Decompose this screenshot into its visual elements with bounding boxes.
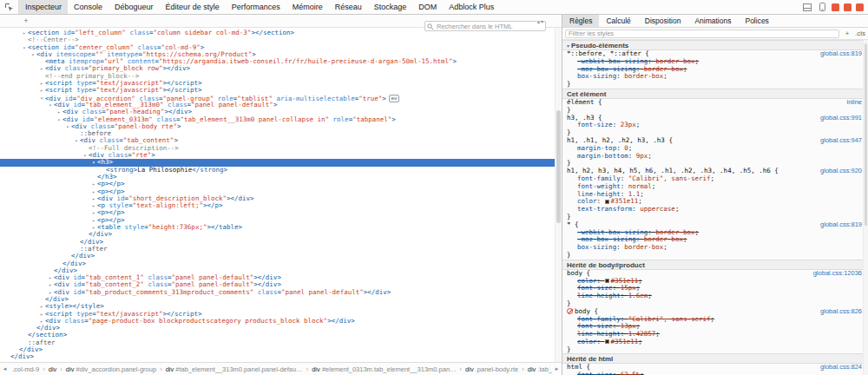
sidebar-tab-animations[interactable]: Animations — [687, 15, 738, 27]
twisty-icon[interactable]: ▾ — [38, 95, 45, 102]
section-twisty-icon[interactable]: ▾ — [567, 43, 569, 49]
tool-tab-r-seau[interactable]: Réseau — [329, 0, 368, 14]
markup-row[interactable]: ▸<section id="left_column" class="column… — [0, 30, 555, 36]
stylesheet-link[interactable]: global.css:819 — [820, 50, 862, 58]
twisty-icon[interactable]: ▾ — [21, 44, 28, 51]
rule-selector-row[interactable]: body {global.css:12036 — [562, 270, 868, 278]
css-declaration[interactable]: line-height: 1.6em; — [562, 293, 868, 300]
css-declaration[interactable]: font-size: 62.5%; — [562, 372, 868, 375]
close-icon[interactable] — [856, 3, 864, 11]
class-toggle-button[interactable]: .cls — [855, 29, 865, 39]
breadcrumb-item-div[interactable]: div #tab_element__313m0.panel.panel-defa… — [163, 365, 306, 374]
twisty-icon[interactable]: ▾ — [30, 51, 36, 58]
search-prev-next-icons[interactable]: ▴▾ — [537, 18, 544, 24]
twisty-icon[interactable]: ▸ — [47, 274, 54, 281]
markup-row[interactable]: ▸<p></p> — [0, 217, 555, 224]
stylesheet-link[interactable]: inline — [846, 99, 862, 107]
breadcrumb-item-div[interactable]: div #div_accordion.panel-group — [63, 365, 159, 374]
markup-row[interactable]: </h3> — [0, 174, 555, 181]
twisty-icon[interactable]: ▾ — [82, 152, 89, 159]
markup-row[interactable]: </section> — [0, 332, 555, 339]
twisty-icon[interactable]: ▸ — [56, 109, 62, 115]
twisty-icon[interactable]: ▸ — [47, 281, 54, 288]
twisty-icon[interactable]: ▾ — [47, 102, 54, 109]
color-swatch[interactable] — [605, 339, 609, 344]
markup-row[interactable]: </div> — [0, 353, 555, 360]
twisty-icon[interactable]: ▸ — [38, 303, 45, 310]
tool-tab-m-moire[interactable]: Mémoire — [286, 0, 329, 14]
breadcrumb-item-div[interactable]: div #element_0313m.tab_element__313m0.pa… — [309, 365, 458, 374]
responsive-mode-icon[interactable] — [817, 2, 827, 12]
css-declaration[interactable]: color: #351e11; — [562, 339, 868, 346]
twisty-icon[interactable]: ▸ — [38, 65, 45, 72]
twisty-icon[interactable]: ▾ — [64, 123, 71, 130]
twisty-icon[interactable]: ▾ — [90, 159, 97, 166]
tool-tab-d-bogueur[interactable]: Débogueur — [108, 0, 160, 14]
css-declaration[interactable]: line-height: 1.42857; — [562, 331, 868, 339]
breadcrumb-item-div[interactable]: div .panel-body.rte — [463, 365, 521, 374]
twisty-icon[interactable]: ▸ — [90, 181, 97, 188]
markup-row[interactable]: ▸<div class="page-product-box blockprodu… — [0, 318, 555, 325]
rules-scrollbar[interactable] — [863, 40, 868, 375]
add-rule-button[interactable]: + — [842, 29, 852, 39]
stylesheet-link[interactable]: global.css:991 — [820, 115, 862, 122]
stylesheet-link[interactable]: global.css:824 — [820, 364, 862, 372]
markup-row[interactable]: </div> — [0, 325, 555, 332]
breadcrumb-scroll-right-icon[interactable]: ▸ — [552, 365, 562, 372]
markup-row[interactable]: </div> — [0, 260, 555, 267]
color-swatch[interactable] — [605, 279, 609, 283]
style-filter-input[interactable] — [565, 30, 839, 38]
twisty-icon[interactable]: ▾ — [73, 137, 80, 144]
event-badge[interactable]: ev — [389, 95, 399, 102]
markup-row[interactable]: <strong>La Philosophie</strong> — [0, 167, 555, 174]
css-declaration[interactable]: text-transform: uppercase; — [562, 206, 868, 214]
tool-tab-inspecteur[interactable]: Inspecteur — [19, 0, 68, 14]
settings-icon[interactable] — [844, 3, 852, 11]
tool-tab-stockage[interactable]: Stockage — [368, 0, 413, 14]
markup-row[interactable]: ▸<p></p> — [0, 188, 555, 195]
twisty-icon[interactable]: ▸ — [38, 80, 45, 87]
markup-row[interactable]: ▸<p></p> — [0, 209, 555, 216]
css-declaration[interactable]: box-sizing: border-box; — [562, 73, 868, 81]
twisty-icon[interactable]: ▾ — [56, 116, 62, 123]
twisty-icon[interactable]: ▸ — [21, 30, 28, 36]
markup-row[interactable]: ▸<p></p> — [0, 181, 555, 188]
markup-row[interactable]: ▸<table style="height:736px;"></table> — [0, 224, 555, 231]
twisty-icon[interactable]: ▸ — [90, 195, 97, 202]
markup-row[interactable]: ▸<p style="text-align:left;"></p> — [0, 202, 555, 209]
stylesheet-link[interactable]: global.css:947 — [820, 137, 862, 145]
markup-scrollbar[interactable] — [555, 28, 562, 362]
markup-row[interactable]: </div> — [0, 346, 555, 353]
css-declaration[interactable]: font-size: 23px; — [562, 122, 868, 129]
rules-scrollbar-thumb[interactable] — [865, 43, 867, 226]
markup-row[interactable]: ▾<h3> — [0, 159, 555, 166]
markup-row[interactable]: ::after — [0, 339, 555, 346]
twisty-icon[interactable]: ▸ — [90, 217, 97, 224]
tool-tab--diteur-de-style[interactable]: Éditeur de style — [160, 0, 226, 14]
scrollbar-thumb[interactable] — [556, 110, 561, 223]
css-declaration[interactable]: box-sizing: border-box; — [562, 244, 868, 252]
sidebar-tab-polices[interactable]: Polices — [738, 15, 775, 27]
stylesheet-link[interactable]: global.css:12036 — [813, 270, 862, 278]
tool-tab-performances[interactable]: Performances — [226, 0, 286, 14]
markup-row[interactable]: ▸<div id="tab_product_comments_313mprodu… — [0, 289, 555, 296]
add-node-button[interactable]: + — [21, 16, 31, 26]
rule-selector-row[interactable]: élément {inline — [562, 99, 868, 107]
tool-tab-adblock-plus[interactable]: Adblock Plus — [443, 0, 500, 14]
twisty-icon[interactable]: ▸ — [90, 202, 97, 209]
breadcrumb-item[interactable]: .col-md-9 — [10, 365, 42, 374]
breadcrumb-item-div[interactable]: div .tab_content — [525, 365, 552, 374]
stylesheet-link[interactable]: global.css:920 — [820, 168, 862, 175]
split-console-icon[interactable] — [802, 2, 812, 12]
twisty-icon[interactable]: ▸ — [90, 209, 97, 216]
css-declaration[interactable]: line-height: 1.1; — [562, 191, 868, 199]
screenshot-icon[interactable] — [832, 3, 839, 11]
markup-row[interactable]: ▸<div id="short_description_block"></div… — [0, 195, 555, 202]
breadcrumb-scroll-left-icon[interactable]: ◂ — [0, 365, 10, 372]
twisty-icon[interactable]: ▸ — [38, 311, 45, 318]
node-picker-button[interactable] — [0, 0, 19, 14]
markup-row[interactable]: ▾<div class="rte"> — [0, 152, 555, 159]
sidebar-tab-r-gles[interactable]: Règles — [562, 15, 599, 27]
twisty-icon[interactable]: ▸ — [90, 188, 97, 195]
breadcrumb-item-div[interactable]: div — [46, 365, 60, 374]
